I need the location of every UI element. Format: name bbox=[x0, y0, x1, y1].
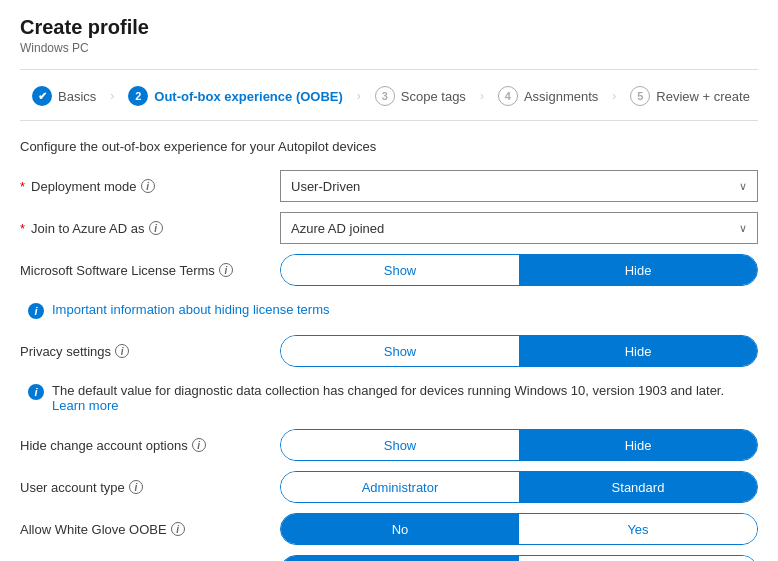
deployment-mode-control: User-Driven ∨ bbox=[280, 170, 758, 202]
tab-circle-assignments: 4 bbox=[498, 86, 518, 106]
wizard-tabs: ✔ Basics › 2 Out-of-box experience (OOBE… bbox=[20, 82, 758, 121]
tab-oobe[interactable]: 2 Out-of-box experience (OOBE) bbox=[116, 82, 355, 110]
apply-device-name-toggle: No Yes bbox=[280, 555, 758, 561]
tab-review[interactable]: 5 Review + create bbox=[618, 82, 762, 110]
apply-device-name-control: No Yes bbox=[280, 555, 758, 561]
diagnostic-info-icon: i bbox=[28, 384, 44, 400]
tab-sep-3: › bbox=[478, 89, 486, 103]
hide-change-account-show-btn[interactable]: Show bbox=[281, 430, 519, 460]
ms-license-terms-label-text: Microsoft Software License Terms bbox=[20, 263, 215, 278]
user-account-type-administrator-btn[interactable]: Administrator bbox=[281, 472, 519, 502]
tab-sep-1: › bbox=[108, 89, 116, 103]
user-account-type-toggle: Administrator Standard bbox=[280, 471, 758, 503]
allow-white-glove-yes-btn[interactable]: Yes bbox=[519, 514, 757, 544]
apply-device-name-row: Apply device name template i No Yes bbox=[20, 555, 758, 561]
user-account-type-control: Administrator Standard bbox=[280, 471, 758, 503]
privacy-settings-row: Privacy settings i Show Hide bbox=[20, 335, 758, 367]
join-azure-ad-dropdown[interactable]: Azure AD joined ∨ bbox=[280, 212, 758, 244]
user-account-type-label-text: User account type bbox=[20, 480, 125, 495]
hide-change-account-hide-btn[interactable]: Hide bbox=[519, 430, 757, 460]
tab-circle-oobe: 2 bbox=[128, 86, 148, 106]
join-azure-ad-label: * Join to Azure AD as i bbox=[20, 221, 280, 236]
license-info-text: Important information about hiding licen… bbox=[52, 302, 329, 317]
join-azure-ad-chevron: ∨ bbox=[739, 222, 747, 235]
allow-white-glove-row: Allow White Glove OOBE i No Yes bbox=[20, 513, 758, 545]
ms-license-terms-label: Microsoft Software License Terms i bbox=[20, 263, 280, 278]
privacy-settings-show-btn[interactable]: Show bbox=[281, 336, 519, 366]
page-subtitle: Windows PC bbox=[20, 41, 758, 55]
hide-change-account-label-text: Hide change account options bbox=[20, 438, 188, 453]
tab-circle-basics: ✔ bbox=[32, 86, 52, 106]
tab-label-oobe: Out-of-box experience (OOBE) bbox=[154, 89, 343, 104]
ms-license-terms-toggle: Show Hide bbox=[280, 254, 758, 286]
deployment-mode-info-icon[interactable]: i bbox=[141, 179, 155, 193]
join-azure-ad-label-text: Join to Azure AD as bbox=[31, 221, 144, 236]
ms-license-terms-control: Show Hide bbox=[280, 254, 758, 286]
allow-white-glove-control: No Yes bbox=[280, 513, 758, 545]
deployment-mode-chevron: ∨ bbox=[739, 180, 747, 193]
allow-white-glove-toggle: No Yes bbox=[280, 513, 758, 545]
user-account-type-standard-btn[interactable]: Standard bbox=[519, 472, 757, 502]
tab-label-basics: Basics bbox=[58, 89, 96, 104]
hide-change-account-toggle: Show Hide bbox=[280, 429, 758, 461]
hide-change-account-control: Show Hide bbox=[280, 429, 758, 461]
allow-white-glove-label-text: Allow White Glove OOBE bbox=[20, 522, 167, 537]
tab-basics[interactable]: ✔ Basics bbox=[20, 82, 108, 110]
allow-white-glove-info-icon[interactable]: i bbox=[171, 522, 185, 536]
ms-license-terms-hide-btn[interactable]: Hide bbox=[519, 255, 757, 285]
privacy-settings-control: Show Hide bbox=[280, 335, 758, 367]
license-info-icon: i bbox=[28, 303, 44, 319]
tab-circle-scope: 3 bbox=[375, 86, 395, 106]
tab-label-assignments: Assignments bbox=[524, 89, 598, 104]
diagnostic-info-text: The default value for diagnostic data co… bbox=[52, 383, 750, 413]
allow-white-glove-label: Allow White Glove OOBE i bbox=[20, 522, 280, 537]
privacy-settings-hide-btn[interactable]: Hide bbox=[519, 336, 757, 366]
tab-circle-review: 5 bbox=[630, 86, 650, 106]
deployment-mode-row: * Deployment mode i User-Driven ∨ bbox=[20, 170, 758, 202]
join-azure-ad-value: Azure AD joined bbox=[291, 221, 384, 236]
ms-license-terms-row: Microsoft Software License Terms i Show … bbox=[20, 254, 758, 286]
tab-label-scope: Scope tags bbox=[401, 89, 466, 104]
privacy-settings-info-icon[interactable]: i bbox=[115, 344, 129, 358]
join-azure-ad-row: * Join to Azure AD as i Azure AD joined … bbox=[20, 212, 758, 244]
ms-license-terms-show-btn[interactable]: Show bbox=[281, 255, 519, 285]
learn-more-link[interactable]: Learn more bbox=[52, 398, 118, 413]
join-azure-ad-required: * bbox=[20, 221, 25, 236]
tab-scope[interactable]: 3 Scope tags bbox=[363, 82, 478, 110]
hide-change-account-info-icon[interactable]: i bbox=[192, 438, 206, 452]
apply-device-name-no-btn[interactable]: No bbox=[281, 556, 519, 561]
tab-sep-4: › bbox=[610, 89, 618, 103]
hide-change-account-row: Hide change account options i Show Hide bbox=[20, 429, 758, 461]
user-account-type-info-icon[interactable]: i bbox=[129, 480, 143, 494]
privacy-settings-toggle: Show Hide bbox=[280, 335, 758, 367]
privacy-settings-label: Privacy settings i bbox=[20, 344, 280, 359]
hide-change-account-label: Hide change account options i bbox=[20, 438, 280, 453]
privacy-settings-label-text: Privacy settings bbox=[20, 344, 111, 359]
join-azure-ad-info-icon[interactable]: i bbox=[149, 221, 163, 235]
page-title: Create profile bbox=[20, 16, 758, 39]
tab-sep-2: › bbox=[355, 89, 363, 103]
header-divider bbox=[20, 69, 758, 70]
deployment-mode-label: * Deployment mode i bbox=[20, 179, 280, 194]
allow-white-glove-no-btn[interactable]: No bbox=[281, 514, 519, 544]
apply-device-name-yes-btn[interactable]: Yes bbox=[519, 556, 757, 561]
deployment-mode-label-text: Deployment mode bbox=[31, 179, 137, 194]
license-info-banner: i Important information about hiding lic… bbox=[20, 296, 758, 325]
section-description: Configure the out-of-box experience for … bbox=[20, 139, 758, 154]
deployment-mode-value: User-Driven bbox=[291, 179, 360, 194]
deployment-mode-dropdown[interactable]: User-Driven ∨ bbox=[280, 170, 758, 202]
tab-assignments[interactable]: 4 Assignments bbox=[486, 82, 610, 110]
user-account-type-row: User account type i Administrator Standa… bbox=[20, 471, 758, 503]
ms-license-terms-info-icon[interactable]: i bbox=[219, 263, 233, 277]
user-account-type-label: User account type i bbox=[20, 480, 280, 495]
page-container: Create profile Windows PC ✔ Basics › 2 O… bbox=[0, 0, 778, 561]
diagnostic-info-banner: i The default value for diagnostic data … bbox=[20, 377, 758, 419]
deployment-mode-required: * bbox=[20, 179, 25, 194]
join-azure-ad-control: Azure AD joined ∨ bbox=[280, 212, 758, 244]
tab-label-review: Review + create bbox=[656, 89, 750, 104]
